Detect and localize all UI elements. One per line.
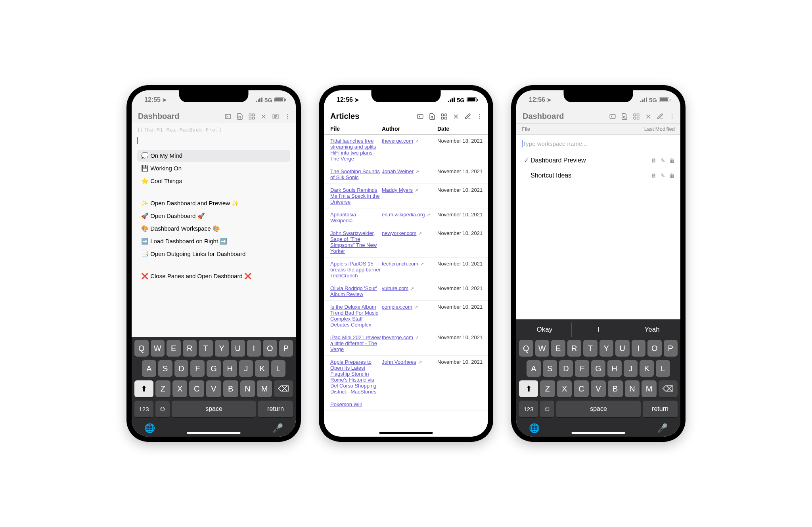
table-row[interactable]: The Soothing Sounds of Silk SonicJonah W… xyxy=(324,165,488,184)
key-n[interactable]: N xyxy=(240,380,255,397)
file-link[interactable]: Olivia Rodrigo 'Sour' Album Review xyxy=(330,285,377,297)
menu-item[interactable]: 🚀 Open Dashboard 🚀 xyxy=(137,210,290,222)
key-j[interactable]: J xyxy=(624,360,638,377)
menu-item[interactable]: ❌ Close Panes and Open Dashboard ❌ xyxy=(137,270,290,282)
graph-icon[interactable] xyxy=(248,113,255,120)
file-link[interactable]: Dark Souls Reminds Me I'm a Speck in the… xyxy=(330,187,380,205)
file-link[interactable]: Apple Prepares to Open Its Latest Flagsh… xyxy=(330,359,376,395)
file-link[interactable]: Pokémon Will xyxy=(330,401,362,407)
key-o[interactable]: O xyxy=(647,340,662,357)
monitor-icon[interactable]: 🖥 xyxy=(651,172,657,179)
suggestion[interactable]: I xyxy=(571,323,626,337)
key-t[interactable]: T xyxy=(583,340,598,357)
command-palette-icon[interactable] xyxy=(224,113,232,120)
key-m[interactable]: M xyxy=(642,380,657,397)
suggestion[interactable]: Yeah xyxy=(625,323,679,337)
author-link[interactable]: newyorker.com xyxy=(382,230,416,236)
mic-icon[interactable]: 🎤 xyxy=(272,423,283,433)
key-k[interactable]: K xyxy=(640,360,654,377)
backspace-key[interactable]: ⌫ xyxy=(659,380,678,397)
key-j[interactable]: J xyxy=(239,360,253,377)
key-l[interactable]: L xyxy=(271,360,285,377)
key-h[interactable]: H xyxy=(607,360,622,377)
globe-icon[interactable]: 🌐 xyxy=(529,423,540,433)
monitor-icon[interactable]: 🖥 xyxy=(651,157,657,164)
trash-icon[interactable]: 🗑 xyxy=(669,157,675,164)
file-link[interactable]: Apple's iPadOS 15 breaks the app barrier… xyxy=(330,261,381,279)
workspace-name-input[interactable]: Type workspace name... xyxy=(516,135,680,153)
edit-icon[interactable]: ✎ xyxy=(661,172,665,179)
trash-icon[interactable]: 🗑 xyxy=(669,172,675,179)
author-link[interactable]: Jonah Weiner xyxy=(382,168,414,174)
key-b[interactable]: B xyxy=(608,380,623,397)
close-icon[interactable] xyxy=(645,113,652,120)
key-v[interactable]: V xyxy=(591,380,606,397)
home-indicator[interactable] xyxy=(572,432,625,434)
emoji-key[interactable]: ☺ xyxy=(155,401,170,417)
close-icon[interactable] xyxy=(452,113,460,120)
edit-icon[interactable] xyxy=(657,113,664,120)
author-link[interactable]: techcrunch.com xyxy=(382,261,418,267)
key-m[interactable]: M xyxy=(257,380,272,397)
workspace-row[interactable]: Shortcut Ideas🖥✎🗑 xyxy=(516,168,680,183)
backspace-key[interactable]: ⌫ xyxy=(274,380,293,397)
key-x[interactable]: X xyxy=(172,380,188,397)
shift-key[interactable]: ⬆ xyxy=(519,380,538,397)
key-i[interactable]: I xyxy=(632,340,646,357)
key-d[interactable]: D xyxy=(174,360,189,377)
author-link[interactable]: vulture.com xyxy=(382,285,408,291)
menu-item[interactable]: 💭 On My Mind xyxy=(137,150,290,162)
mic-icon[interactable]: 🎤 xyxy=(657,423,668,433)
key-q[interactable]: Q xyxy=(519,340,533,357)
table-row[interactable]: Is the Deluxe Album Trend Bad For Music … xyxy=(324,301,488,331)
space-key[interactable]: space xyxy=(172,401,256,417)
key-s[interactable]: S xyxy=(158,360,172,377)
author-link[interactable]: Maddy Myers xyxy=(382,187,413,193)
key-d[interactable]: D xyxy=(559,360,573,377)
file-link[interactable]: John Swartzwelder, Sage of "The Simpsons… xyxy=(330,230,377,254)
key-w[interactable]: W xyxy=(151,340,165,357)
key-g[interactable]: G xyxy=(591,360,605,377)
key-e[interactable]: E xyxy=(167,340,181,357)
space-key[interactable]: space xyxy=(556,401,641,417)
key-g[interactable]: G xyxy=(207,360,221,377)
home-indicator[interactable] xyxy=(379,432,433,434)
return-key[interactable]: return xyxy=(258,401,293,417)
author-link[interactable]: en.m.wikipedia.org xyxy=(382,212,425,218)
key-y[interactable]: Y xyxy=(599,340,614,357)
table-row[interactable]: iPad Mini 2021 review a little different… xyxy=(324,331,488,356)
globe-icon[interactable]: 🌐 xyxy=(144,423,155,433)
key-k[interactable]: K xyxy=(255,360,269,377)
more-icon[interactable] xyxy=(284,113,291,120)
key-v[interactable]: V xyxy=(206,380,221,397)
key-b[interactable]: B xyxy=(223,380,238,397)
key-f[interactable]: F xyxy=(190,360,205,377)
file-link[interactable]: iPad Mini 2021 review a little different… xyxy=(330,334,381,352)
key-q[interactable]: Q xyxy=(134,340,149,357)
more-icon[interactable] xyxy=(668,113,676,120)
home-indicator[interactable] xyxy=(187,432,241,434)
key-x[interactable]: X xyxy=(557,380,572,397)
menu-item[interactable]: ➡️ Load Dashboard on Right ➡️ xyxy=(137,235,290,247)
quick-switcher-icon[interactable] xyxy=(236,113,243,120)
file-link[interactable]: Is the Deluxe Album Trend Bad For Music … xyxy=(330,304,378,328)
table-row[interactable]: Aphantasia - Wikipediaen.m.wikipedia.org… xyxy=(324,208,488,227)
key-c[interactable]: C xyxy=(189,380,204,397)
menu-item[interactable]: 💾 Working On xyxy=(137,162,290,174)
graph-icon[interactable] xyxy=(440,113,448,120)
key-s[interactable]: S xyxy=(543,360,557,377)
key-u[interactable]: U xyxy=(231,340,245,357)
key-a[interactable]: A xyxy=(142,360,156,377)
key-l[interactable]: L xyxy=(656,360,670,377)
table-row[interactable]: Pokémon Will xyxy=(324,398,488,411)
command-palette-icon[interactable] xyxy=(417,113,424,120)
author-link[interactable]: theverge.com xyxy=(382,334,413,340)
file-link[interactable]: Tidal launches free streaming and splits… xyxy=(330,138,376,162)
shift-key[interactable]: ⬆ xyxy=(134,380,153,397)
workspace-row[interactable]: ✓Dashboard Preview🖥✎🗑 xyxy=(516,153,680,168)
table-row[interactable]: Tidal launches free streaming and splits… xyxy=(324,135,488,165)
graph-icon[interactable] xyxy=(633,113,640,120)
key-c[interactable]: C xyxy=(574,380,589,397)
table-row[interactable]: Olivia Rodrigo 'Sour' Album Reviewvultur… xyxy=(324,282,488,301)
key-y[interactable]: Y xyxy=(215,340,229,357)
